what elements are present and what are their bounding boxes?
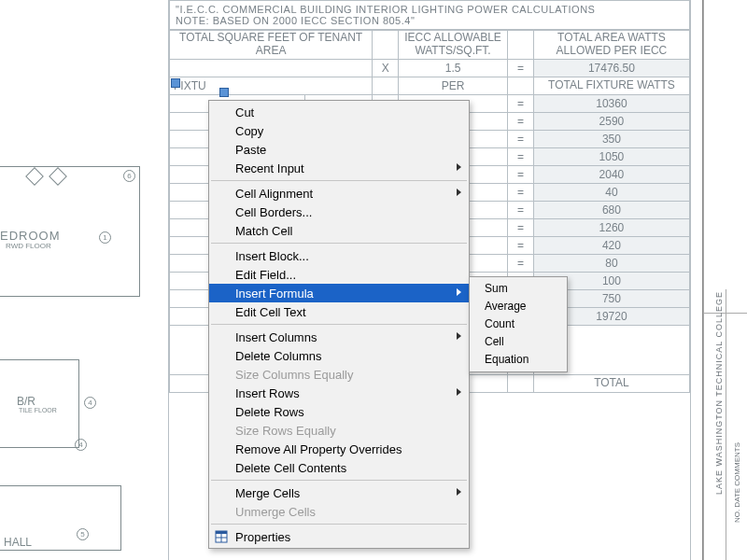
cell-result[interactable]: 1050 (533, 147, 689, 165)
menu-delete-rows[interactable]: Delete Rows (209, 402, 469, 421)
menu-label: Cell Borders... (235, 205, 312, 219)
menu-size-rows-equally: Size Rows Equally (209, 421, 469, 440)
sheet-note: "I.E.C.C. COMMERCIAL BUILDING INTERIOR L… (169, 1, 690, 30)
tag-circle: 1 (99, 231, 111, 244)
menu-label: Recent Input (235, 161, 304, 175)
menu-label: Delete Rows (235, 405, 304, 419)
floorplan-fragment: 6 EDROOM RWD FLOOR 1 B/R TILE FLOOR 4 4 … (0, 149, 168, 560)
cell-result[interactable]: 40 (533, 183, 689, 201)
submenu-count[interactable]: Count (470, 315, 567, 333)
menu-label: Insert Rows (235, 386, 300, 400)
menu-label: Cell Alignment (235, 187, 313, 201)
insert-formula-submenu[interactable]: Sum Average Count Cell Equation (469, 276, 568, 372)
chevron-right-icon (457, 332, 461, 340)
menu-label: Cut (235, 105, 254, 119)
menu-size-columns-equally: Size Columns Equally (209, 365, 469, 384)
cell-equals: = (508, 165, 534, 183)
cell-equals: = (508, 59, 534, 77)
cell-equals: = (508, 201, 534, 218)
svg-rect-1 (216, 531, 227, 534)
floor-type: RWD FLOOR (6, 242, 51, 250)
tag-circle: 5 (77, 528, 89, 540)
menu-insert-formula[interactable]: Insert Formula (209, 284, 469, 302)
tag-circle: 4 (75, 439, 87, 451)
menu-label: Remove All Property Overrides (235, 442, 402, 456)
menu-label: Edit Field... (235, 268, 296, 282)
menu-insert-block[interactable]: Insert Block... (209, 246, 469, 265)
menu-merge-cells[interactable]: Merge Cells (209, 483, 469, 502)
cell-equals: = (508, 218, 534, 236)
cell-result[interactable]: 680 (533, 201, 689, 218)
selection-handle[interactable] (219, 88, 229, 97)
menu-label: Edit Cell Text (235, 305, 306, 319)
note-line: "I.E.C.C. COMMERCIAL BUILDING INTERIOR L… (176, 4, 684, 15)
menu-label: Match Cell (235, 224, 292, 238)
menu-separator (211, 480, 467, 481)
titleblock-strip: LAKE WASHINGTON TECHNICAL COLLEGE NO. DA… (702, 0, 747, 560)
cell-result[interactable]: 10360 (533, 94, 689, 112)
menu-insert-columns[interactable]: Insert Columns (209, 328, 469, 346)
menu-match-cell[interactable]: Match Cell (209, 221, 469, 240)
menu-remove-property-overrides[interactable]: Remove All Property Overrides (209, 440, 469, 458)
menu-delete-cell-contents[interactable]: Delete Cell Contents (209, 458, 469, 477)
cell-result[interactable]: 420 (533, 236, 689, 254)
titleblock-cols: NO. DATE COMMENTS (733, 442, 741, 523)
submenu-average[interactable]: Average (470, 298, 567, 315)
menu-label: Size Rows Equally (235, 424, 336, 438)
submenu-sum[interactable]: Sum (470, 280, 567, 298)
menu-label: Copy (235, 124, 263, 138)
menu-edit-field[interactable]: Edit Field... (209, 265, 469, 284)
menu-copy[interactable]: Copy (209, 121, 469, 140)
cell-operator: X (373, 59, 399, 77)
menu-separator (211, 243, 467, 244)
menu-separator (211, 524, 467, 525)
menu-label: Paste (235, 143, 266, 157)
table-row[interactable]: X 1.5 = 17476.50 (170, 59, 690, 77)
col-header: TOTAL AREA WATTS ALLOWED PER IECC (533, 31, 689, 60)
table-context-menu[interactable]: Cut Copy Paste Recent Input Cell Alignme… (208, 100, 470, 549)
menu-recent-input[interactable]: Recent Input (209, 159, 469, 177)
menu-label: Insert Formula (235, 287, 314, 301)
properties-icon (215, 530, 228, 543)
cell-equals: = (508, 236, 534, 254)
menu-insert-rows[interactable]: Insert Rows (209, 384, 469, 402)
col-header (508, 31, 534, 60)
menu-unmerge-cells: Unmerge Cells (209, 502, 469, 521)
cell-equals: = (508, 130, 534, 147)
col-header: IECC ALLOWABLE WATTS/SQ.FT. (399, 31, 508, 60)
col-header (373, 31, 399, 60)
cell-equals: = (508, 94, 534, 112)
menu-edit-cell-text[interactable]: Edit Cell Text (209, 302, 469, 321)
tag-circle: 6 (123, 170, 135, 182)
selection-handle[interactable] (171, 78, 180, 88)
tag-circle: 4 (84, 397, 96, 409)
chevron-right-icon (457, 388, 461, 396)
hex-icon (49, 167, 67, 186)
titleblock-text: LAKE WASHINGTON TECHNICAL COLLEGE (714, 291, 724, 495)
cell-result[interactable]: 350 (533, 130, 689, 147)
menu-separator (211, 324, 467, 325)
menu-paste[interactable]: Paste (209, 140, 469, 159)
menu-label: Delete Columns (235, 349, 322, 363)
menu-cell-alignment[interactable]: Cell Alignment (209, 184, 469, 203)
cell-result[interactable]: 80 (533, 254, 689, 272)
hex-icon (25, 167, 44, 186)
cell-result[interactable]: 2040 (533, 165, 689, 183)
menu-label: Unmerge Cells (235, 505, 316, 519)
cell-result[interactable]: 17476.50 (533, 59, 689, 77)
menu-cut[interactable]: Cut (209, 103, 469, 121)
menu-cell-borders[interactable]: Cell Borders... (209, 203, 469, 221)
menu-label: Properties (235, 530, 290, 544)
submenu-equation[interactable]: Equation (470, 351, 567, 369)
submenu-cell[interactable]: Cell (470, 333, 567, 351)
col-header: TOTAL (533, 374, 689, 392)
cell-value[interactable]: 1.5 (399, 59, 508, 77)
menu-separator (211, 180, 467, 181)
menu-properties[interactable]: Properties (209, 527, 469, 546)
cell-result[interactable]: 1260 (533, 218, 689, 236)
chevron-right-icon (457, 488, 461, 496)
menu-delete-columns[interactable]: Delete Columns (209, 346, 469, 365)
col-header: PER (399, 77, 508, 94)
room-label-bedroom: EDROOM (0, 229, 61, 243)
cell-result[interactable]: 2590 (533, 112, 689, 130)
